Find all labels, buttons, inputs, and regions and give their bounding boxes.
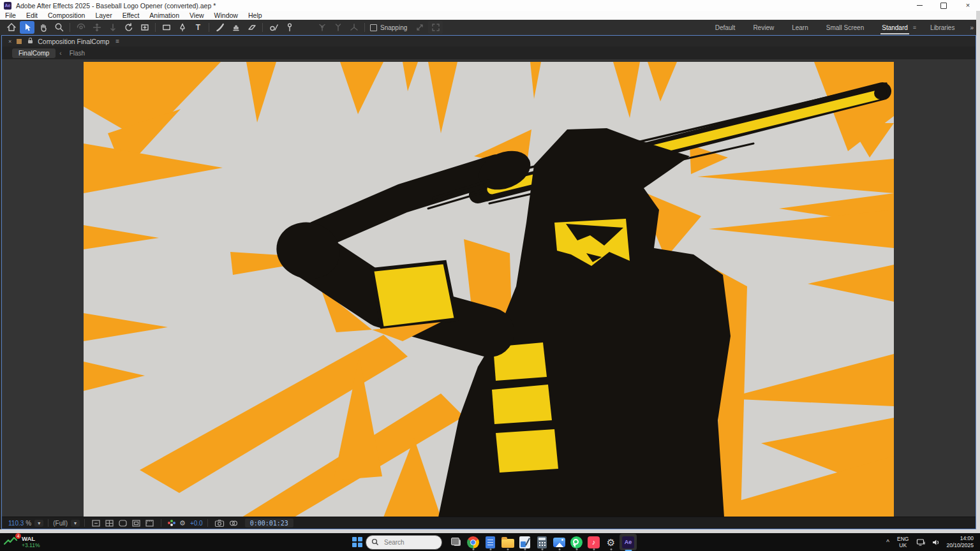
snapping-toggle[interactable]: Snapping — [370, 24, 407, 31]
tab-flash[interactable]: Flash — [70, 50, 85, 57]
composition-canvas[interactable] — [84, 62, 894, 517]
search-icon — [371, 538, 379, 546]
widgets-button[interactable]: 4 WAL +3.11% — [4, 536, 40, 549]
eraser-tool[interactable] — [244, 21, 259, 34]
chrome-app[interactable] — [464, 533, 482, 551]
workspace-menu-icon[interactable]: ≡ — [913, 24, 916, 31]
maximize-button[interactable] — [932, 0, 956, 11]
cursor-icon — [22, 22, 33, 33]
workspace-standard[interactable]: Standard — [882, 24, 908, 31]
snap-options-button[interactable] — [412, 21, 427, 34]
mask-visibility-button[interactable] — [118, 519, 128, 527]
task-view-button[interactable] — [447, 533, 464, 551]
lock-icon[interactable] — [28, 40, 33, 43]
tab-finalcomp[interactable]: FinalComp — [12, 48, 56, 58]
pan-camera-tool[interactable] — [89, 21, 104, 34]
workspace-overflow-icon[interactable]: » — [970, 24, 974, 31]
axis-local-mode[interactable] — [315, 21, 329, 34]
menu-window[interactable]: Window — [209, 11, 243, 19]
dolly-arrow-icon — [108, 22, 118, 33]
transparency-grid-button[interactable] — [105, 519, 114, 527]
menu-view[interactable]: View — [184, 11, 209, 19]
zoom-value[interactable]: 110.3 — [8, 520, 24, 527]
eraser-icon — [247, 22, 257, 33]
language-code: ENG — [897, 536, 909, 542]
puppet-pin-tool[interactable] — [282, 21, 297, 34]
workspace-review[interactable]: Review — [753, 24, 774, 31]
orbit-camera-tool[interactable] — [73, 21, 88, 34]
close-panel-icon[interactable]: × — [8, 38, 11, 45]
guides-button[interactable] — [131, 519, 141, 527]
language-indicator[interactable]: ENG UK — [897, 536, 909, 548]
timecode-field[interactable]: 0:00:01:23 — [245, 518, 293, 527]
menu-edit[interactable]: Edit — [21, 11, 43, 19]
stamp-icon — [231, 22, 241, 33]
expand-grid-icon — [431, 22, 441, 33]
network-button[interactable] — [916, 538, 926, 547]
music-app[interactable]: ♪ — [585, 533, 602, 551]
resolution-settings-icon[interactable]: ⚙ — [179, 520, 186, 527]
rulers-button[interactable] — [145, 519, 154, 527]
snapshot-button[interactable] — [214, 519, 225, 527]
settings-app[interactable]: ⚙ — [602, 533, 620, 551]
show-snapshot-button[interactable] — [228, 519, 238, 527]
zoom-tool[interactable] — [52, 21, 66, 34]
speaker-icon — [932, 538, 940, 547]
workspace-libraries[interactable]: Libraries — [930, 24, 954, 31]
volume-button[interactable] — [932, 538, 940, 547]
minimize-button[interactable] — [907, 0, 932, 11]
home-button[interactable] — [4, 21, 19, 34]
channel-button[interactable] — [168, 520, 175, 526]
workspace-default[interactable]: Default — [715, 24, 736, 31]
workspace-small-screen[interactable]: Small Screen — [826, 24, 864, 31]
zoom-dropdown[interactable]: ▾ — [34, 520, 43, 527]
exposure-value[interactable]: +0.0 — [190, 520, 203, 527]
search-input[interactable] — [383, 538, 436, 547]
after-effects-app[interactable]: Ae — [620, 533, 637, 551]
roto-brush-icon — [269, 22, 279, 33]
tray-overflow-chevron-icon[interactable]: ^ — [886, 539, 889, 546]
workspace-learn[interactable]: Learn — [792, 24, 808, 31]
type-tool[interactable]: T — [191, 21, 205, 34]
composition-viewport[interactable] — [2, 59, 976, 517]
pen-tool[interactable] — [175, 21, 189, 34]
notification-badge: 4 — [15, 533, 21, 539]
menu-animation[interactable]: Animation — [144, 11, 184, 19]
grid-options-button[interactable] — [428, 21, 443, 34]
pan-behind-tool[interactable] — [137, 21, 152, 34]
hand-tool[interactable] — [36, 21, 50, 34]
rgba-channels-icon — [168, 520, 175, 526]
selection-tool[interactable] — [20, 21, 34, 34]
tab-scroll-chevron-icon[interactable]: ‹ — [59, 50, 61, 57]
photos-app[interactable] — [551, 533, 568, 551]
menu-effect[interactable]: Effect — [117, 11, 145, 19]
roto-brush-tool[interactable] — [266, 21, 281, 34]
start-button[interactable] — [348, 533, 366, 551]
rotation-tool[interactable] — [121, 21, 136, 34]
resolution-dropdown[interactable]: ▾ — [71, 520, 80, 527]
clone-stamp-tool[interactable] — [228, 21, 243, 34]
calculator-app[interactable] — [533, 533, 551, 551]
menu-help[interactable]: Help — [243, 11, 267, 19]
resolution-value[interactable]: (Full) — [53, 520, 68, 527]
menu-layer[interactable]: Layer — [90, 11, 117, 19]
dolly-camera-tool[interactable] — [105, 21, 120, 34]
search-box[interactable] — [366, 535, 442, 550]
clock[interactable]: 14:00 20/10/2025 — [946, 535, 974, 549]
close-button[interactable]: × — [956, 0, 980, 11]
panel-menu-icon[interactable]: ≡ — [115, 38, 119, 45]
axis-view-mode[interactable] — [346, 21, 361, 34]
brush-tool[interactable] — [212, 21, 227, 34]
whatsapp-app[interactable] — [568, 533, 585, 551]
snapping-checkbox — [370, 24, 377, 31]
notepad-app[interactable] — [482, 533, 499, 551]
snipping-tool-icon — [519, 536, 530, 548]
axis-world-mode[interactable] — [330, 21, 345, 34]
rectangle-tool[interactable] — [159, 21, 174, 34]
panel-title[interactable]: Composition FinalComp — [38, 38, 109, 45]
file-explorer-app[interactable] — [499, 533, 516, 551]
menu-composition[interactable]: Composition — [43, 11, 90, 19]
region-of-interest-button[interactable] — [91, 519, 101, 527]
menu-file[interactable]: File — [0, 11, 21, 19]
snipping-tool-app[interactable] — [516, 533, 533, 551]
